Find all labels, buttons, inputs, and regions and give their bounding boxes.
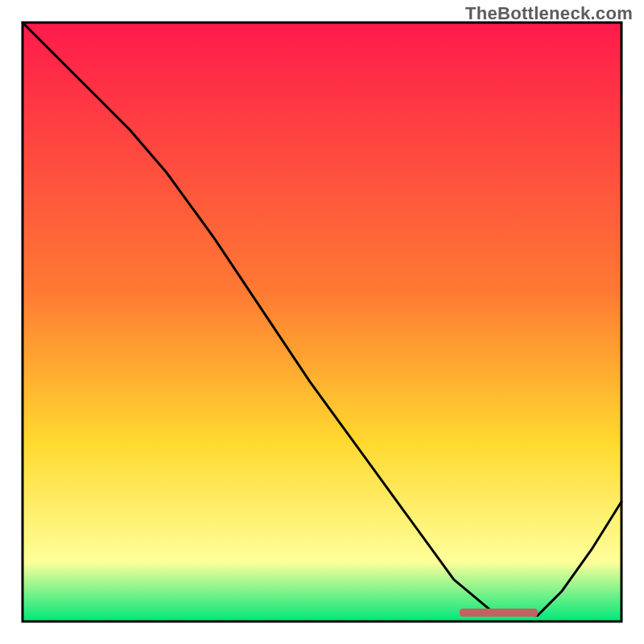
chart-stage: TheBottleneck.com [0, 0, 644, 644]
watermark-text: TheBottleneck.com [465, 3, 633, 24]
highlight-segment [460, 609, 538, 617]
chart-svg [0, 0, 644, 644]
